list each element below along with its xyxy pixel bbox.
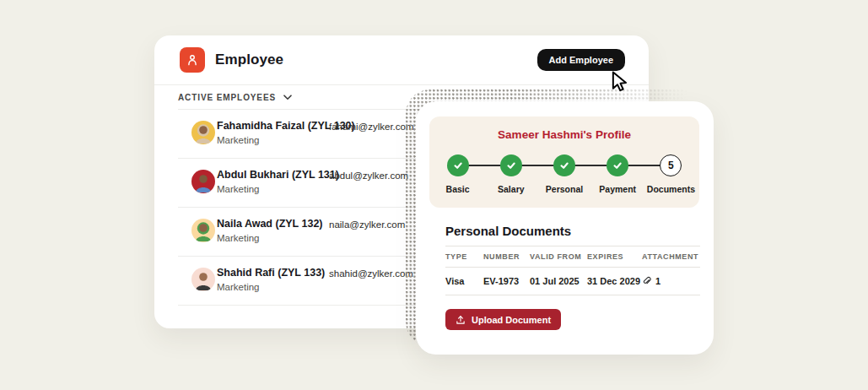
- paperclip-icon: [642, 276, 652, 286]
- avatar: [191, 170, 215, 193]
- employee-card-header: Employee Add Employee: [154, 35, 649, 85]
- document-row[interactable]: Visa EV-1973 01 Jul 2025 31 Dec 2029 1: [445, 268, 700, 295]
- employee-email: shahid@zylker.com: [329, 268, 413, 279]
- step-circle: 5: [660, 154, 682, 176]
- employee-email: naila@zylker.com: [329, 219, 405, 230]
- table-header-cell: TYPE: [445, 252, 483, 261]
- check-icon: [452, 160, 464, 171]
- step-label: Documents: [647, 184, 695, 194]
- step-circle: [607, 154, 628, 176]
- add-employee-button[interactable]: Add Employee: [537, 49, 625, 71]
- documents-table: TYPENUMBERVALID FROMEXPIRESATTACHMENT Vi…: [445, 246, 700, 295]
- step-circle: [447, 154, 469, 176]
- check-icon: [505, 160, 517, 171]
- avatar: [191, 121, 215, 144]
- step-circle: [553, 154, 575, 176]
- step-label: Payment: [599, 184, 636, 194]
- step-number: 5: [668, 160, 674, 171]
- table-header-cell: ATTACHMENT: [642, 252, 700, 261]
- employee-name: Abdul Bukhari (ZYL 131): [217, 169, 339, 181]
- section-title: Personal Documents: [445, 224, 700, 239]
- table-header-cell: NUMBER: [483, 252, 530, 261]
- personal-documents-section: Personal Documents TYPENUMBERVALID FROME…: [445, 224, 700, 330]
- attachment-cell[interactable]: 1: [642, 276, 700, 286]
- page-title: Employee: [215, 51, 283, 68]
- table-header-cell: EXPIRES: [587, 252, 642, 261]
- stepper: Basic Salary Personal Payment: [431, 154, 698, 194]
- check-icon: [558, 160, 570, 171]
- page-background: Employee Add Employee ACTIVE EMPLOYEES F…: [0, 0, 868, 390]
- profile-card: Sameer Hashmi's Profile Basic Salary: [416, 101, 714, 355]
- table-header-row: TYPENUMBERVALID FROMEXPIRESATTACHMENT: [445, 246, 700, 268]
- avatar: [191, 268, 215, 291]
- step-label: Salary: [498, 184, 525, 194]
- step-label: Basic: [446, 184, 470, 194]
- step-circle: [500, 154, 522, 176]
- employee-department: Marketing: [217, 135, 260, 145]
- upload-button-label: Upload Document: [472, 315, 551, 325]
- step-label: Personal: [546, 184, 583, 194]
- dropdown-label: ACTIVE EMPLOYEES: [178, 93, 276, 102]
- profile-title: Sameer Hashmi's Profile: [429, 128, 699, 141]
- employee-department: Marketing: [217, 184, 260, 194]
- employee-department: Marketing: [217, 233, 260, 243]
- document-number: EV-1973: [483, 276, 530, 286]
- attachment-count: 1: [655, 276, 660, 286]
- employee-name: Shahid Rafi (ZYL 133): [217, 267, 325, 279]
- avatar: [191, 219, 215, 242]
- check-icon: [612, 160, 623, 171]
- upload-document-button[interactable]: Upload Document: [445, 309, 561, 330]
- stepper-step[interactable]: Salary: [484, 154, 537, 194]
- document-valid-from: 01 Jul 2025: [530, 276, 587, 286]
- document-type: Visa: [445, 276, 483, 286]
- document-expires: 31 Dec 2029: [587, 276, 642, 286]
- stepper-step[interactable]: 5 Documents: [644, 154, 698, 194]
- chevron-down-icon: [283, 95, 292, 100]
- employee-email: fahami@zylker.com: [329, 122, 414, 132]
- employee-name: Naila Awad (ZYL 132): [217, 218, 323, 230]
- upload-icon: [456, 315, 466, 325]
- employee-email: abdul@zylker.com: [329, 171, 408, 181]
- stepper-step[interactable]: Personal: [537, 154, 590, 194]
- profile-stepper-panel: Sameer Hashmi's Profile Basic Salary: [429, 116, 699, 208]
- stepper-step[interactable]: Payment: [591, 154, 644, 194]
- stepper-step[interactable]: Basic: [431, 154, 484, 194]
- person-icon: [180, 47, 205, 73]
- table-header-cell: VALID FROM: [530, 252, 587, 261]
- employee-department: Marketing: [217, 282, 260, 292]
